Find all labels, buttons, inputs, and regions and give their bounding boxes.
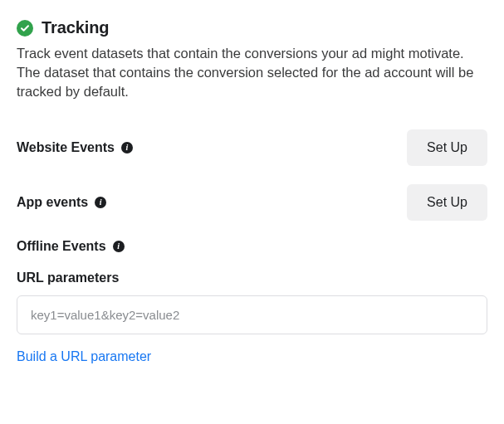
tracking-header: Tracking <box>17 18 487 37</box>
check-circle-icon <box>17 20 33 37</box>
offline-events-row: Offline Events i <box>17 239 487 254</box>
website-events-label-group: Website Events i <box>17 140 133 155</box>
build-url-parameter-link[interactable]: Build a URL parameter <box>17 349 151 364</box>
section-title: Tracking <box>42 18 109 37</box>
url-parameters-input[interactable] <box>17 295 487 334</box>
website-events-row: Website Events i Set Up <box>17 129 487 166</box>
app-events-label-group: App events i <box>17 195 106 210</box>
offline-events-label-group: Offline Events i <box>17 239 125 254</box>
info-icon[interactable]: i <box>95 197 106 208</box>
app-events-setup-button[interactable]: Set Up <box>407 184 487 221</box>
info-icon[interactable]: i <box>121 142 133 154</box>
url-parameters-section: URL parameters Build a URL parameter <box>17 270 487 364</box>
website-events-label: Website Events <box>17 140 115 155</box>
info-icon[interactable]: i <box>113 241 125 252</box>
website-events-setup-button[interactable]: Set Up <box>407 129 487 166</box>
app-events-row: App events i Set Up <box>17 184 487 221</box>
offline-events-label: Offline Events <box>17 239 106 254</box>
app-events-label: App events <box>17 195 88 210</box>
tracking-description: Track event datasets that contain the co… <box>17 44 487 101</box>
url-parameters-label: URL parameters <box>17 270 487 285</box>
